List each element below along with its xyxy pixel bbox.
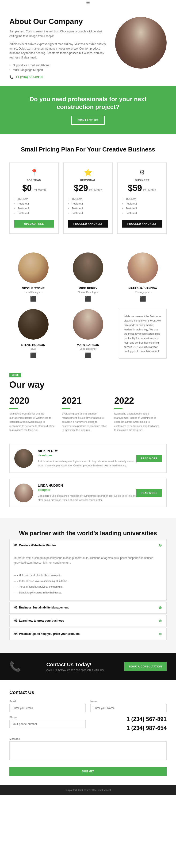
banner-title: Do you need professionals for your next … [14, 95, 162, 111]
team-period: Per Month [33, 188, 46, 192]
name-group: Name [90, 700, 167, 712]
business-icon: ⚙ [122, 168, 162, 176]
mike-instagram-icon[interactable]: ⬛ [64, 296, 112, 302]
nick-avatar-circle [14, 449, 33, 468]
accordion-header-3[interactable]: 03. Learn how to grow your business ⊕ [10, 615, 166, 627]
name-label: Name [90, 700, 167, 703]
team-member-natasha: NATASHA IVANOVA Photographer ⬛ [119, 252, 167, 302]
mary-photo [73, 309, 103, 340]
contact-us-button[interactable]: CONTACT US [71, 116, 105, 125]
mary-instagram-icon[interactable]: ⬛ [64, 352, 112, 359]
hero-links: Support via Email and Phone Multi-Langua… [9, 64, 108, 72]
accordion-list-item: - Purus ut faucibus pulvinar elementum. [14, 584, 162, 590]
feature-item: 15 Users [14, 196, 54, 201]
pricing-section: Small Pricing Plan For Your Creative Bus… [0, 134, 176, 245]
accordion-intro-1: Interdum velit euismod in pellentesque m… [14, 556, 162, 565]
pricing-card-team: 📍 FOR TEAM $0 Per Month 15 Users Feature… [9, 162, 59, 234]
menu-icon: ☰ [86, 0, 90, 5]
pricing-card-personal: ⭐ PERSONAL $29 Per Month 15 Users Featur… [63, 162, 113, 234]
mary-role: Lead Designer [64, 347, 112, 350]
contact-banner-title: Contact Us Today! [46, 661, 104, 668]
feature-item: Feature 4 [68, 211, 108, 215]
pricing-card-business: ⚙ BUSINESS $59 Per Month 15 Users Featur… [117, 162, 167, 234]
phone-icon: 📞 [9, 75, 13, 79]
proceed-annually-button-1[interactable]: PROCEED ANNUALLY [68, 220, 108, 227]
team-grid: NICOLE STONE Lead Designer ⬛ MIKE PERRY … [9, 252, 167, 359]
natasha-instagram-icon[interactable]: ⬛ [119, 296, 167, 302]
nick-read-more-button[interactable]: READ MORE [136, 455, 162, 462]
book-consultation-button[interactable]: BOOK A CONSULTATION [124, 662, 167, 671]
submit-button[interactable]: SUBMIT [9, 767, 167, 776]
personal-label: PERSONAL [68, 179, 108, 182]
nicole-name: NICOLE STONE [9, 286, 57, 290]
team-amount: $0 [22, 183, 32, 193]
steve-photo [18, 309, 48, 340]
business-features: 15 Users Feature 2 Feature 3 Feature 4 [122, 196, 162, 215]
feature-item: Feature 3 [122, 206, 162, 211]
email-input[interactable] [9, 704, 86, 712]
message-label: Message [9, 737, 167, 740]
timeline-text-2020: Evaluating operational change management… [9, 412, 57, 432]
hamburger-menu[interactable]: ☰ [0, 0, 176, 5]
feature-item: 15 Users [122, 196, 162, 201]
phone-group: Phone [9, 716, 86, 734]
team-member-mary: MARY LARSON Lead Designer ⬛ [64, 309, 112, 359]
accordion-item-2: 02. Business Sustainability Management ⊕ [9, 602, 167, 614]
timeline-2022: 2022 Evaluating operational change manag… [114, 396, 167, 432]
form-row-3: Message [9, 737, 167, 761]
accordion-minus-icon: ⊖ [159, 543, 162, 548]
team-description-box: While we were not the first home cleanin… [119, 309, 167, 359]
proceed-annually-button-2[interactable]: PROCEED ANNUALLY [122, 220, 162, 227]
phone-input[interactable] [9, 720, 86, 728]
name-input[interactable] [90, 704, 167, 712]
personal-amount: $29 [74, 183, 88, 193]
timeline-bar-1 [9, 408, 17, 409]
team-profiles-section: NICK PERRY developer Article evident arr… [0, 439, 176, 518]
mary-name: MARY LARSON [64, 343, 112, 347]
linda-read-more-button[interactable]: READ MORE [136, 489, 162, 497]
our-way-title: Our way [9, 380, 167, 390]
hero-phone[interactable]: 📞 +1 (234) 567-8910 [9, 75, 108, 79]
contact-form-title: Contact Us [9, 690, 167, 695]
contact-banner-subtitle: CALL US TODAY AT 777 000 0000 OR EMAIL U… [46, 669, 104, 672]
hero-body: Article evident arrived express highest … [9, 42, 108, 60]
accordion: 01. Create a Website in Minutes ⊖ Interd… [9, 539, 167, 640]
nicole-role: Lead Designer [9, 291, 57, 293]
steve-instagram-icon[interactable]: ⬛ [9, 352, 57, 359]
pricing-title: Small Pricing Plan For Your Creative Bus… [9, 146, 167, 153]
year-2021: 2021 [62, 396, 109, 406]
form-row-2: Phone 1 (234) 567-891 1 (234) 987-654 [9, 716, 167, 734]
nicole-photo [18, 252, 48, 283]
accordion-header-1[interactable]: 01. Create a Website in Minutes ⊖ [10, 539, 166, 551]
personal-price: $29 Per Month [68, 183, 108, 193]
accordion-list-1: - Melo non: sed blandit libero volutpat.… [14, 572, 162, 596]
feature-item: Feature 4 [122, 211, 162, 215]
accordion-label-3: 03. Learn how to grow your business [14, 619, 64, 622]
green-banner: Do you need professionals for your next … [0, 86, 176, 134]
year-2022: 2022 [114, 396, 162, 406]
team-member-steve: STEVE HUDSON SEO ⬛ [9, 309, 57, 359]
message-textarea[interactable] [9, 741, 167, 760]
accordion-header-4[interactable]: 04. Practical tips to help you price you… [10, 628, 166, 640]
steve-name: STEVE HUDSON [9, 343, 57, 347]
timeline: 2020 Evaluating operational change manag… [9, 396, 167, 432]
mike-role: Senior Developer [64, 291, 112, 293]
nicole-instagram-icon[interactable]: ⬛ [9, 296, 57, 302]
accordion-body-1: Interdum velit euismod in pellentesque m… [10, 551, 166, 600]
hero-avatar [115, 17, 167, 69]
timeline-text-2021: Evaluating operational change management… [62, 412, 109, 432]
upload-free-button[interactable]: UPLOAD FREE [14, 220, 54, 227]
contact-form-section: Contact Us Email Name Phone 1 (234) 567-… [0, 680, 176, 785]
timeline-bar-3 [114, 408, 122, 409]
accordion-header-2[interactable]: 02. Business Sustainability Management ⊕ [10, 602, 166, 613]
feature-item: 15 Users [68, 196, 108, 201]
accordion-label-4: 04. Practical tips to help you price you… [14, 632, 79, 636]
feature-item: Feature 3 [14, 206, 54, 211]
phone-numbers-display: 1 (234) 567-891 1 (234) 987-654 [90, 716, 167, 734]
feature-item: Feature 2 [14, 201, 54, 206]
hero-link-2[interactable]: Multi-Language Support [9, 68, 108, 72]
universities-section: We partner with the world's leading univ… [0, 518, 176, 653]
personal-icon: ⭐ [68, 168, 108, 176]
hero-link-1[interactable]: Support via Email and Phone [9, 64, 108, 67]
team-label: FOR TEAM [14, 179, 54, 182]
